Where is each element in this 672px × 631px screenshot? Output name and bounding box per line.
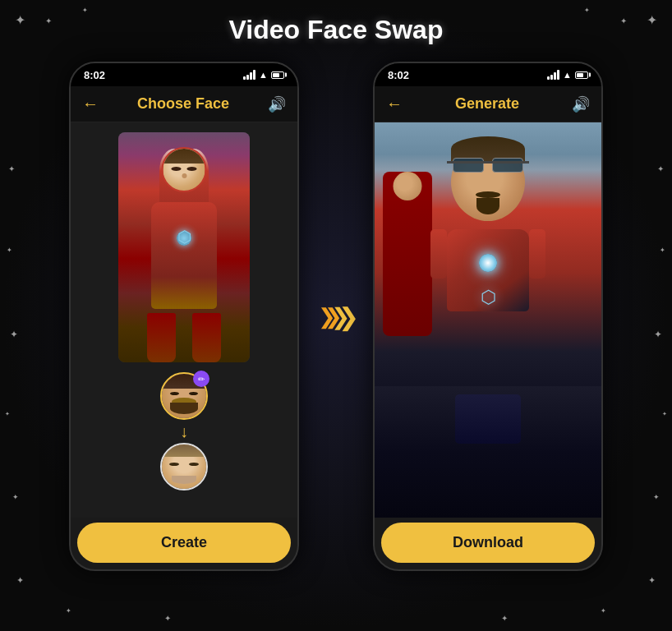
- right-status-icons: ▲: [547, 70, 588, 80]
- face-swap-section: ✏ ↓: [160, 372, 208, 491]
- target-face-circle[interactable]: [160, 443, 208, 491]
- edit-face-icon[interactable]: ✏: [193, 371, 209, 387]
- right-phone-content: [375, 122, 601, 518]
- right-battery-icon: [575, 71, 588, 79]
- signal-icon: [243, 70, 255, 80]
- left-shoulder: [430, 229, 447, 279]
- right-video-preview: [375, 122, 601, 518]
- rdj-face: [451, 143, 525, 221]
- right-signal-icon: [547, 70, 559, 80]
- armor-leg-left: [147, 313, 176, 362]
- armor-leg-right: [192, 313, 221, 362]
- star-decoration: ✦: [66, 607, 71, 615]
- left-app-header: ← Choose Face 🔊: [71, 86, 297, 122]
- armor-body: [151, 202, 217, 309]
- battery-icon: [271, 71, 284, 79]
- lower-body-armor: [375, 386, 601, 518]
- right-sound-button[interactable]: 🔊: [572, 95, 590, 113]
- right-phone: 8:02 ▲ ← Generate 🔊: [373, 62, 603, 571]
- left-phone: 8:02 ▲ ← Choose Face 🔊: [69, 62, 299, 571]
- between-arrow: ❯ ❯ ❯ ❯: [299, 302, 373, 331]
- glasses-left-lens: [453, 158, 484, 173]
- hip-armor: [455, 394, 521, 444]
- right-status-bar: 8:02 ▲: [375, 63, 601, 86]
- swapped-face-preview: [162, 147, 207, 192]
- wifi-icon: ▲: [259, 70, 268, 80]
- target-face-image: [162, 444, 206, 489]
- left-back-button[interactable]: ←: [82, 94, 99, 113]
- download-button[interactable]: Download: [381, 523, 595, 563]
- left-status-icons: ▲: [243, 70, 284, 80]
- rdj-goatee: [476, 198, 499, 214]
- star-decoration: ✦: [601, 607, 606, 615]
- rdj-armor: [443, 229, 533, 352]
- arrow-chevron-4: ❯: [338, 302, 354, 331]
- star-decoration: ✦: [164, 614, 171, 623]
- bg-face: [394, 172, 422, 200]
- source-face-container: ✏: [160, 372, 208, 420]
- right-status-time: 8:02: [388, 69, 409, 81]
- left-sound-button[interactable]: 🔊: [268, 95, 286, 113]
- rdj-mustache: [476, 191, 500, 198]
- right-header-title: Generate: [455, 95, 519, 113]
- left-video-preview: [118, 132, 250, 362]
- left-status-bar: 8:02 ▲: [71, 63, 297, 86]
- right-video-frame: [375, 122, 601, 518]
- left-header-title: Choose Face: [137, 95, 229, 113]
- glasses-right-lens: [492, 158, 523, 173]
- down-arrow-icon: ↓: [180, 423, 188, 440]
- left-status-time: 8:02: [84, 69, 105, 81]
- phones-container: 8:02 ▲ ← Choose Face 🔊: [0, 53, 672, 579]
- page-title: Video Face Swap: [0, 0, 672, 53]
- left-phone-content: ✏ ↓: [71, 122, 297, 518]
- right-app-header: ← Generate 🔊: [375, 86, 601, 122]
- right-back-button[interactable]: ←: [386, 94, 403, 113]
- chest-plate: [447, 229, 529, 311]
- create-button[interactable]: Create: [77, 523, 291, 563]
- glasses-bridge: [447, 161, 529, 164]
- right-wifi-icon: ▲: [563, 70, 572, 80]
- left-video-frame: [118, 132, 250, 362]
- arc-reactor: [479, 254, 497, 272]
- star-decoration: ✦: [501, 614, 508, 623]
- bg-character-robe: [383, 172, 432, 336]
- right-shoulder: [529, 229, 545, 279]
